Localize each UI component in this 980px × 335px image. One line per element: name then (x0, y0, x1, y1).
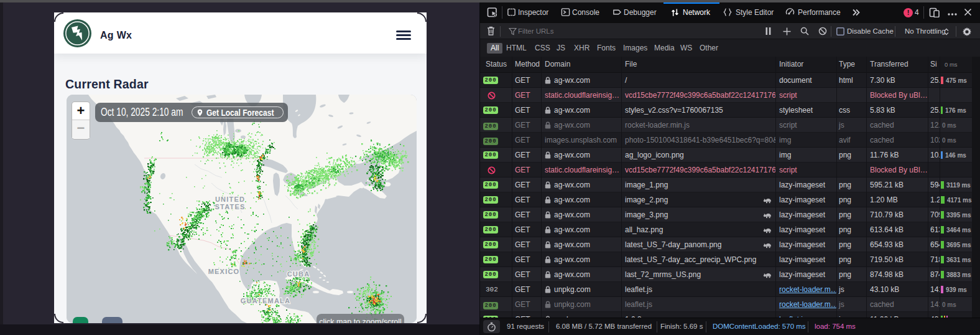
svg-text:UNITED: UNITED (215, 196, 245, 203)
svg-text:CUBA: CUBA (287, 270, 310, 278)
svg-text:GUATEMALA: GUATEMALA (241, 297, 290, 304)
svg-text:STATES: STATES (215, 203, 246, 210)
svg-text:MEXICO: MEXICO (208, 268, 240, 275)
